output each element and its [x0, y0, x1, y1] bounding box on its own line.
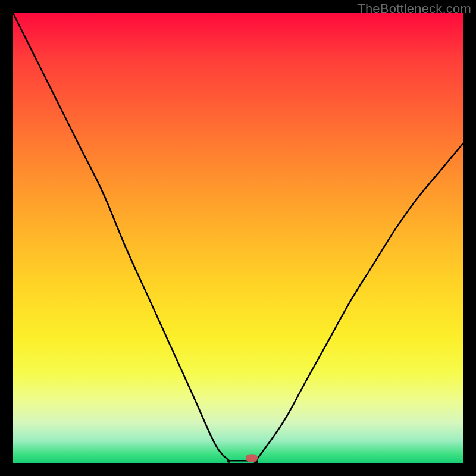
optimal-point-marker: [246, 455, 258, 462]
chart-frame: TheBottleneck.com: [0, 0, 476, 476]
bottleneck-curve: [13, 13, 463, 463]
watermark-text: TheBottleneck.com: [357, 1, 471, 17]
plot-area: [13, 13, 463, 463]
curve-path: [13, 13, 463, 463]
